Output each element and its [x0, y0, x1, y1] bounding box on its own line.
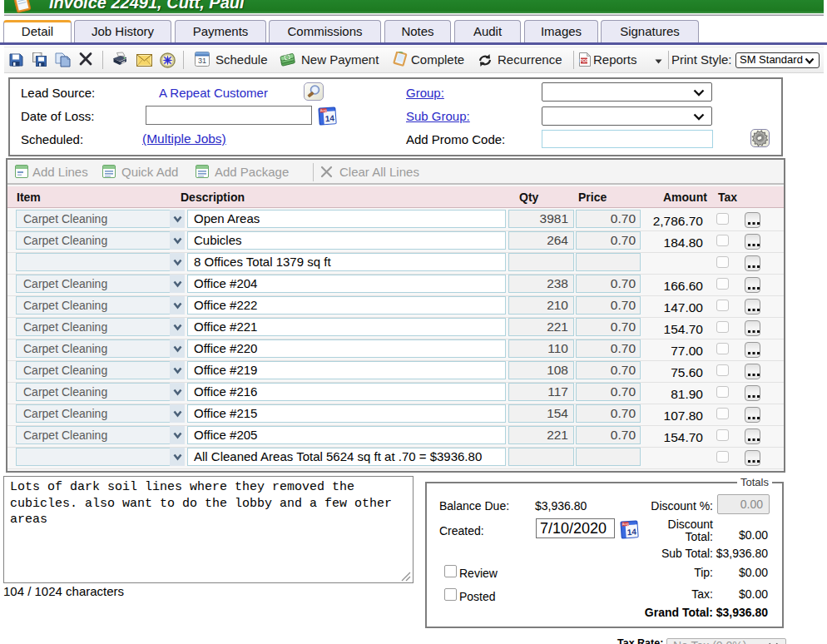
svg-text:Aug: Aug [319, 108, 327, 113]
svg-text:14: 14 [324, 113, 334, 123]
svg-text:PDF: PDF [580, 58, 590, 63]
svg-text:31: 31 [198, 57, 206, 65]
